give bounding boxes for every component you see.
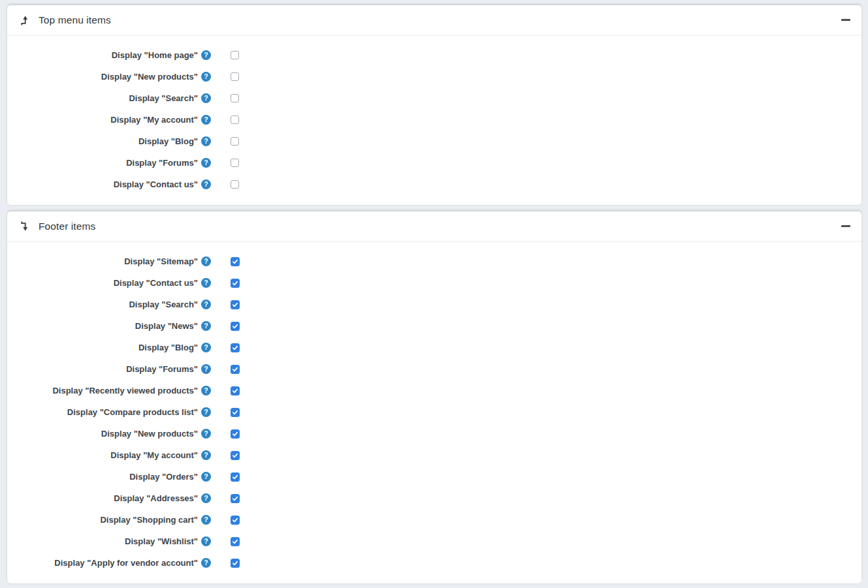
setting-checkbox[interactable] — [231, 386, 240, 395]
setting-checkbox[interactable] — [231, 408, 240, 417]
setting-checkbox[interactable] — [231, 343, 240, 352]
panel-header: Footer items — [7, 211, 861, 242]
setting-label-column: Display "News" ? — [7, 321, 211, 331]
question-circle-icon[interactable]: ? — [201, 386, 211, 395]
question-circle-icon[interactable]: ? — [201, 429, 211, 439]
question-circle-icon[interactable]: ? — [201, 278, 211, 288]
setting-label-column: Display "Blog" ? — [7, 136, 211, 146]
setting-label-column: Display "Recently viewed products" ? — [7, 386, 211, 395]
question-circle-icon[interactable]: ? — [201, 536, 211, 546]
setting-label-column: Display "Addresses" ? — [7, 493, 211, 503]
minus-icon — [841, 225, 850, 227]
question-circle-icon[interactable]: ? — [201, 72, 211, 82]
setting-label-column: Display "New products" ? — [7, 429, 211, 439]
setting-label-column: Display "Contact us" ? — [7, 179, 211, 189]
setting-label-column: Display "Orders" ? — [7, 472, 211, 482]
setting-checkbox[interactable] — [231, 365, 240, 374]
setting-row: Display "Forums" ? — [7, 152, 861, 174]
setting-checkbox[interactable] — [231, 429, 240, 439]
setting-checkbox[interactable] — [231, 137, 239, 146]
setting-label-column: Display "Wishlist" ? — [7, 536, 211, 546]
question-circle-icon[interactable]: ? — [201, 93, 211, 103]
setting-checkbox[interactable] — [231, 180, 239, 189]
setting-row: Display "Forums" ? — [7, 358, 861, 380]
setting-checkbox[interactable] — [231, 159, 239, 167]
setting-checkbox[interactable] — [231, 279, 240, 288]
panel-footer-items: Footer items Display "Sitemap" ? Display… — [7, 211, 861, 583]
setting-row: Display "News" ? — [7, 315, 861, 337]
setting-label-column: Display "Forums" ? — [7, 158, 211, 168]
setting-label: Display "Blog" — [138, 343, 198, 352]
setting-row: Display "New products" ? — [7, 423, 861, 444]
question-circle-icon[interactable]: ? — [201, 343, 211, 352]
setting-label-column: Display "Forums" ? — [7, 364, 211, 374]
setting-label: Display "Recently viewed products" — [52, 386, 198, 395]
setting-label: Display "Search" — [129, 300, 198, 309]
setting-label: Display "Wishlist" — [125, 536, 198, 546]
setting-label: Display "Home page" — [112, 50, 198, 60]
setting-label: Display "My account" — [110, 115, 198, 125]
setting-checkbox[interactable] — [231, 537, 240, 546]
question-circle-icon[interactable]: ? — [201, 158, 211, 168]
setting-label-column: Display "Blog" ? — [7, 343, 211, 352]
setting-checkbox[interactable] — [231, 94, 239, 102]
question-circle-icon[interactable]: ? — [201, 515, 211, 525]
collapse-panel-button[interactable] — [841, 222, 850, 231]
question-circle-icon[interactable]: ? — [201, 493, 211, 503]
question-circle-icon[interactable]: ? — [201, 179, 211, 189]
setting-label: Display "Compare products list" — [67, 407, 198, 417]
question-circle-icon[interactable]: ? — [201, 115, 211, 125]
setting-label: Display "Contact us" — [114, 278, 198, 288]
setting-row: Display "Blog" ? — [7, 131, 861, 152]
setting-label: Display "News" — [135, 321, 198, 331]
setting-checkbox[interactable] — [231, 472, 240, 482]
panel-top-menu-items: Top menu items Display "Home page" ? Dis… — [7, 5, 861, 205]
panel-header: Top menu items — [7, 5, 861, 36]
minus-icon — [841, 19, 850, 21]
setting-row: Display "New products" ? — [7, 66, 861, 87]
setting-row: Display "My account" ? — [7, 444, 861, 466]
question-circle-icon[interactable]: ? — [201, 364, 211, 374]
setting-label: Display "Apply for vendor account" — [54, 558, 198, 568]
setting-label: Display "Search" — [129, 93, 198, 103]
setting-row: Display "Addresses" ? — [7, 487, 861, 509]
setting-checkbox[interactable] — [231, 516, 240, 525]
setting-checkbox[interactable] — [231, 559, 240, 568]
setting-checkbox[interactable] — [231, 72, 239, 81]
setting-label-column: Display "Contact us" ? — [7, 278, 211, 288]
setting-row: Display "Shopping cart" ? — [7, 509, 861, 531]
question-circle-icon[interactable]: ? — [201, 558, 211, 568]
setting-checkbox[interactable] — [231, 257, 240, 266]
collapse-panel-button[interactable] — [841, 16, 850, 25]
question-circle-icon[interactable]: ? — [201, 256, 211, 266]
question-circle-icon[interactable]: ? — [201, 321, 211, 331]
setting-label-column: Display "My account" ? — [7, 450, 211, 460]
setting-checkbox[interactable] — [231, 116, 239, 124]
setting-label-column: Display "Compare products list" ? — [7, 407, 211, 417]
question-circle-icon[interactable]: ? — [201, 472, 211, 482]
question-circle-icon[interactable]: ? — [201, 136, 211, 146]
setting-label: Display "Contact us" — [114, 179, 198, 189]
setting-row: Display "Home page" ? — [7, 44, 861, 66]
setting-checkbox[interactable] — [231, 322, 240, 331]
setting-label: Display "Sitemap" — [124, 256, 198, 266]
setting-label: Display "Addresses" — [114, 493, 198, 503]
setting-label-column: Display "Sitemap" ? — [7, 256, 211, 266]
setting-label-column: Display "Search" ? — [7, 300, 211, 309]
question-circle-icon[interactable]: ? — [201, 50, 211, 60]
setting-row: Display "Compare products list" ? — [7, 401, 861, 423]
panel-body: Display "Sitemap" ? Display "Contact us"… — [7, 242, 861, 583]
setting-label-column: Display "My account" ? — [7, 115, 211, 125]
question-circle-icon[interactable]: ? — [201, 407, 211, 417]
setting-label-column: Display "Apply for vendor account" ? — [7, 558, 211, 568]
setting-label: Display "Orders" — [129, 472, 198, 482]
setting-row: Display "Recently viewed products" ? — [7, 380, 861, 401]
setting-checkbox[interactable] — [231, 51, 239, 59]
setting-checkbox[interactable] — [231, 494, 240, 503]
setting-label: Display "Forums" — [126, 158, 198, 168]
level-up-icon — [20, 15, 29, 25]
setting-checkbox[interactable] — [231, 300, 240, 309]
setting-checkbox[interactable] — [231, 451, 240, 460]
question-circle-icon[interactable]: ? — [201, 450, 211, 460]
question-circle-icon[interactable]: ? — [201, 300, 211, 309]
